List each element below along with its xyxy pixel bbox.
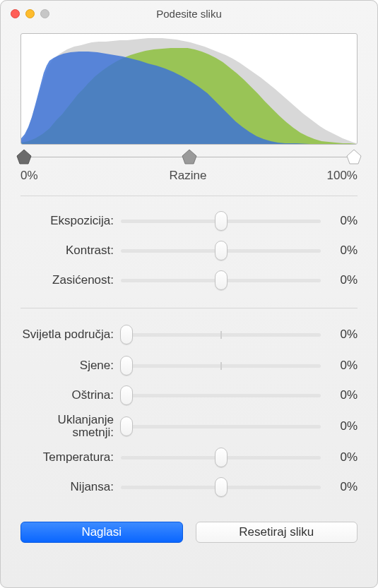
- slider-value: 0%: [321, 273, 358, 287]
- slider-svijetla[interactable]: [121, 326, 321, 343]
- window-title: Podesite sliku: [9, 8, 369, 20]
- slider-value: 0%: [321, 388, 358, 402]
- reset-button[interactable]: Resetiraj sliku: [196, 522, 358, 543]
- slider-thumb[interactable]: [215, 448, 228, 467]
- levels-label-left: 0%: [20, 169, 38, 183]
- levels-label-center: Razine: [170, 169, 207, 183]
- slider-kontrast[interactable]: [121, 242, 321, 259]
- levels-handle-white[interactable]: [346, 149, 362, 164]
- close-icon[interactable]: [11, 9, 20, 18]
- slider-ekspozicija[interactable]: [121, 212, 321, 229]
- levels-labels: 0% Razine 100%: [20, 169, 358, 183]
- slider-label: Ekspozicija:: [20, 215, 121, 227]
- slider-value: 0%: [321, 328, 358, 342]
- slider-row-temperatura: Temperatura:0%: [20, 443, 358, 472]
- slider-label: Zasićenost:: [20, 274, 121, 287]
- slider-track: [121, 364, 321, 368]
- slider-value: 0%: [321, 214, 358, 228]
- traffic-lights: [11, 9, 49, 18]
- slider-thumb[interactable]: [120, 325, 133, 344]
- slider-ostrina[interactable]: [121, 387, 321, 404]
- slider-value: 0%: [321, 244, 358, 258]
- slider-tick: [220, 362, 222, 370]
- slider-label: Uklanjanje smetnji:: [20, 414, 121, 439]
- slider-nijansa[interactable]: [121, 479, 321, 496]
- slider-temperatura[interactable]: [121, 449, 321, 466]
- slider-sjene[interactable]: [121, 357, 321, 374]
- slider-thumb[interactable]: [120, 385, 133, 405]
- separator: [20, 308, 358, 308]
- slider-value: 0%: [321, 480, 358, 494]
- slider-row-ekspozicija: Ekspozicija:0%: [20, 206, 358, 236]
- slider-value: 0%: [321, 419, 358, 433]
- slider-label: Oštrina:: [20, 389, 121, 402]
- slider-tick: [220, 331, 222, 339]
- slider-value: 0%: [321, 450, 358, 464]
- slider-thumb[interactable]: [215, 241, 228, 260]
- button-row: Naglasi Resetiraj sliku: [20, 522, 358, 543]
- slider-label: Svijetla područja:: [20, 328, 121, 341]
- enhance-button[interactable]: Naglasi: [20, 522, 183, 543]
- content: 0% Razine 100% Ekspozicija:0%Kontrast:0%…: [1, 26, 377, 556]
- slider-track: [121, 425, 321, 428]
- slider-track: [121, 394, 321, 397]
- slider-track: [121, 333, 321, 337]
- slider-row-sjene: Sjene:0%: [20, 351, 358, 380]
- levels-handle-mid[interactable]: [182, 149, 197, 164]
- levels-handle-black[interactable]: [16, 149, 32, 164]
- slider-uklanjanje[interactable]: [121, 418, 321, 435]
- levels-label-right: 100%: [327, 169, 358, 183]
- slider-thumb[interactable]: [215, 477, 228, 497]
- slider-thumb[interactable]: [120, 416, 133, 436]
- levels-track[interactable]: [20, 149, 358, 166]
- histogram: [20, 33, 358, 145]
- slider-label: Sjene:: [20, 359, 121, 372]
- slider-thumb[interactable]: [215, 270, 228, 290]
- slider-thumb[interactable]: [215, 211, 228, 231]
- zoom-icon: [40, 9, 49, 18]
- titlebar: Podesite sliku: [1, 1, 377, 26]
- slider-zasicenost[interactable]: [121, 272, 321, 289]
- slider-thumb[interactable]: [120, 356, 133, 376]
- adjust-color-window: Podesite sliku 0% Razine 100%: [0, 0, 378, 588]
- slider-row-kontrast: Kontrast:0%: [20, 236, 358, 265]
- slider-group: Ekspozicija:0%Kontrast:0%Zasićenost:0%: [20, 206, 358, 295]
- slider-row-zasicenost: Zasićenost:0%: [20, 265, 358, 295]
- slider-label: Kontrast:: [20, 244, 121, 257]
- slider-row-nijansa: Nijansa:0%: [20, 472, 358, 502]
- slider-row-ostrina: Oštrina:0%: [20, 380, 358, 410]
- slider-row-uklanjanje: Uklanjanje smetnji:0%: [20, 410, 358, 443]
- slider-row-svijetla: Svijetla područja:0%: [20, 318, 358, 351]
- slider-label: Temperatura:: [20, 451, 121, 464]
- slider-label: Nijansa:: [20, 481, 121, 493]
- slider-value: 0%: [321, 359, 358, 373]
- separator: [20, 196, 358, 196]
- slider-group: Svijetla područja:0%Sjene:0%Oštrina:0%Uk…: [20, 318, 358, 502]
- minimize-icon[interactable]: [25, 9, 35, 18]
